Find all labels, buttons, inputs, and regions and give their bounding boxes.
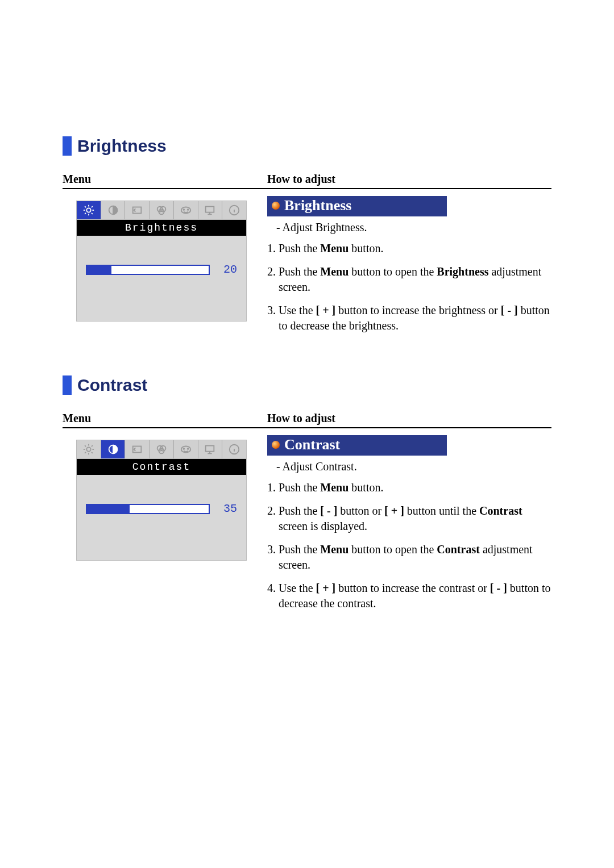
position-icon[interactable] — [125, 440, 150, 458]
svg-line-29 — [92, 452, 93, 453]
svg-point-0 — [86, 208, 90, 212]
step-item: 2. Push the Menu button to open the Brig… — [267, 264, 551, 295]
column-header-menu: Menu — [63, 412, 267, 425]
osd-panel-contrast: Contrast 35 — [76, 440, 247, 561]
brightness-icon[interactable] — [77, 201, 101, 219]
osd-slider-fill — [87, 505, 130, 513]
color-icon[interactable] — [150, 201, 174, 219]
brightness-icon[interactable] — [77, 440, 101, 458]
howto-column: Contrast - Adjust Contrast. 1. Push the … — [267, 435, 551, 619]
menu-column: Brightness 20 — [63, 196, 267, 322]
sub-heading: Contrast — [267, 435, 447, 456]
position-icon[interactable] — [125, 201, 150, 219]
language-icon[interactable] — [174, 201, 198, 219]
svg-point-16 — [187, 209, 188, 210]
section-title-row: Contrast — [63, 375, 551, 395]
svg-line-8 — [92, 206, 93, 207]
step-item: 1. Push the Menu button. — [267, 241, 551, 256]
section-title: Contrast — [77, 375, 147, 395]
language-icon[interactable] — [174, 440, 198, 458]
svg-rect-17 — [206, 207, 214, 212]
svg-line-31 — [92, 445, 93, 446]
info-icon[interactable] — [222, 440, 246, 458]
osd-slider-row: 20 — [86, 263, 237, 276]
section-title: Brightness — [77, 136, 167, 156]
step-item: 3. Use the [ + ] button to increase the … — [267, 303, 551, 333]
contrast-icon[interactable] — [101, 440, 126, 458]
step-item: 1. Push the Menu button. — [267, 480, 551, 495]
description: - Adjust Brightness. — [269, 221, 551, 234]
manual-page: Brightness Menu How to adjust Brightness… — [0, 0, 614, 619]
osd-toolbar — [77, 201, 246, 220]
display-icon[interactable] — [198, 440, 223, 458]
osd-slider-fill — [87, 266, 111, 274]
step-item: 3. Push the Menu button to open the Cont… — [267, 542, 551, 573]
svg-line-5 — [85, 206, 86, 207]
steps-list: 1. Push the Menu button.2. Push the [ - … — [267, 480, 551, 611]
description: - Adjust Contrast. — [269, 460, 551, 473]
display-icon[interactable] — [198, 201, 223, 219]
sub-heading: Brightness — [267, 196, 447, 216]
step-item: 4. Use the [ + ] button to increase the … — [267, 581, 551, 611]
osd-slider-row: 35 — [86, 502, 237, 515]
contrast-icon[interactable] — [101, 201, 126, 219]
osd-body: 35 — [77, 475, 246, 560]
sub-heading-text: Brightness — [284, 197, 351, 214]
column-header-howto: How to adjust — [267, 412, 551, 425]
svg-rect-40 — [206, 446, 214, 452]
svg-point-38 — [183, 448, 184, 449]
columns-header: Menu How to adjust — [63, 412, 551, 428]
svg-point-39 — [187, 448, 188, 449]
steps-list: 1. Push the Menu button.2. Push the Menu… — [267, 241, 551, 333]
osd-title: Brightness — [77, 220, 246, 236]
brightness-section: Brightness Menu How to adjust Brightness… — [63, 136, 551, 341]
section-title-row: Brightness — [63, 136, 551, 156]
osd-slider[interactable] — [86, 265, 210, 275]
svg-point-15 — [183, 209, 184, 210]
columns-body: Brightness 20 Brightness — [63, 196, 551, 341]
info-icon[interactable] — [222, 201, 246, 219]
menu-column: Contrast 35 — [63, 435, 267, 561]
contrast-section: Contrast Menu How to adjust Contrast 35 — [63, 375, 551, 619]
osd-title: Contrast — [77, 459, 246, 475]
svg-line-7 — [85, 213, 86, 214]
title-bullet-icon — [63, 136, 72, 156]
svg-line-6 — [92, 213, 93, 214]
color-icon[interactable] — [150, 440, 174, 458]
osd-body: 20 — [77, 236, 246, 321]
bullet-icon — [272, 202, 280, 210]
osd-value: 20 — [217, 263, 237, 276]
column-header-menu: Menu — [63, 173, 267, 186]
osd-toolbar — [77, 440, 246, 459]
svg-point-23 — [86, 447, 90, 451]
step-item: 2. Push the [ - ] button or [ + ] button… — [267, 503, 551, 534]
svg-line-30 — [85, 452, 86, 453]
column-header-howto: How to adjust — [267, 173, 551, 186]
title-bullet-icon — [63, 375, 72, 395]
osd-panel-brightness: Brightness 20 — [76, 201, 247, 322]
howto-column: Brightness - Adjust Brightness. 1. Push … — [267, 196, 551, 341]
columns-body: Contrast 35 Contrast — [63, 435, 551, 619]
bullet-icon — [272, 441, 280, 449]
osd-value: 35 — [217, 502, 237, 515]
sub-heading-text: Contrast — [284, 436, 340, 453]
osd-slider[interactable] — [86, 504, 210, 514]
svg-line-28 — [85, 445, 86, 446]
columns-header: Menu How to adjust — [63, 173, 551, 189]
